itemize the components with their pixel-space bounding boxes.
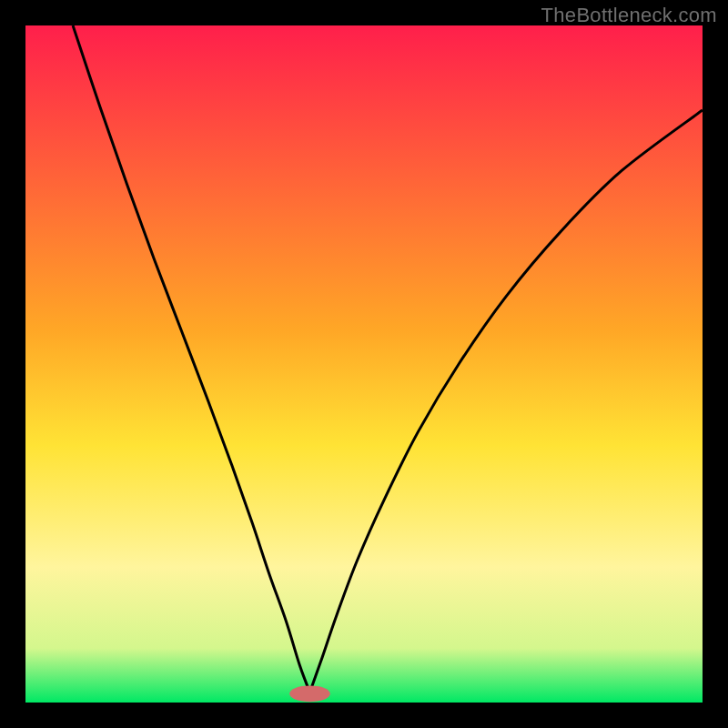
gradient-background <box>25 25 703 703</box>
chart-frame: TheBottleneck.com <box>0 0 728 728</box>
vertex-marker <box>289 685 330 702</box>
watermark-label: TheBottleneck.com <box>541 4 717 27</box>
chart-svg <box>25 25 703 703</box>
plot-area <box>25 25 703 703</box>
